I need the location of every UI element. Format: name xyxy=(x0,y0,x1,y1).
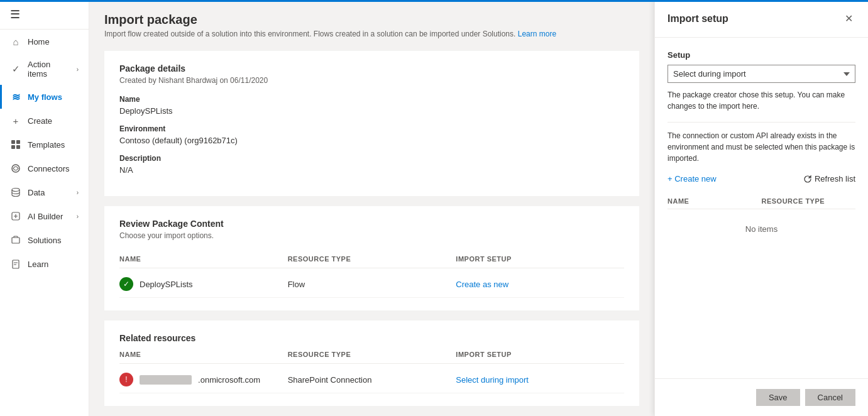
sidebar-item-label: Learn xyxy=(28,260,48,269)
sidebar-item-label: Action items xyxy=(28,60,70,79)
sidebar-item-my-flows[interactable]: ≋ My flows xyxy=(0,85,89,109)
sidebar-item-learn[interactable]: Learn xyxy=(0,252,89,276)
chevron-down-icon: › xyxy=(77,66,79,73)
col-name-header-2: NAME xyxy=(119,351,288,358)
data-icon xyxy=(10,187,21,198)
review-section-title: Review Package Content xyxy=(119,219,624,229)
panel-info-text-2: The connection or custom API already exi… xyxy=(667,130,855,164)
panel-col-name: NAME xyxy=(667,197,762,205)
blurred-name xyxy=(140,375,192,385)
row-name-field-2: ! .onmicrosoft.com xyxy=(119,373,288,386)
panel-body: Setup Select during import The package c… xyxy=(655,38,868,378)
create-new-button[interactable]: + Create new xyxy=(667,174,717,183)
col-import-setup-header: IMPORT SETUP xyxy=(456,255,624,263)
svg-point-5 xyxy=(12,189,19,192)
package-created-by: Created by Nishant Bhardwaj on 06/11/202… xyxy=(119,76,624,85)
save-button[interactable]: Save xyxy=(756,389,800,406)
panel-header: Import setup ✕ xyxy=(655,0,868,38)
sidebar-item-create[interactable]: + Create xyxy=(0,109,89,133)
sidebar-item-label: Create xyxy=(28,116,52,126)
sidebar-item-label: My flows xyxy=(28,92,62,102)
import-setup-field: Create as new xyxy=(456,280,624,289)
sidebar: ☰ ⌂ Home ✓ Action items › ≋ My flows + C… xyxy=(0,0,89,416)
package-details-card: Package details Created by Nishant Bhard… xyxy=(104,51,639,196)
ai-builder-icon xyxy=(10,211,21,222)
select-during-import-link[interactable]: Select during import xyxy=(456,375,529,385)
resource-type-field-2: SharePoint Connection xyxy=(288,375,456,385)
svg-rect-1 xyxy=(16,140,20,144)
cancel-button[interactable]: Cancel xyxy=(805,389,855,406)
refresh-list-button[interactable]: Refresh list xyxy=(803,174,855,183)
col-resource-header-2: RESOURCE TYPE xyxy=(288,351,456,358)
sidebar-item-label: Templates xyxy=(28,140,65,150)
panel-actions: + Create new Refresh list xyxy=(667,174,855,183)
col-resource-header: RESOURCE TYPE xyxy=(288,255,456,263)
row-name-field: ✓ DeploySPLists xyxy=(119,277,288,291)
main-content: Import package Import flow created outsi… xyxy=(89,0,654,416)
sidebar-item-templates[interactable]: Templates xyxy=(0,133,89,156)
sidebar-item-ai-builder[interactable]: AI Builder › xyxy=(0,204,89,228)
templates-icon xyxy=(10,139,21,150)
connectors-icon xyxy=(10,163,21,174)
svg-rect-7 xyxy=(12,238,19,243)
solutions-icon xyxy=(10,234,21,246)
hamburger-icon[interactable]: ☰ xyxy=(10,8,20,21)
action-items-icon: ✓ xyxy=(10,63,21,75)
status-icon-green: ✓ xyxy=(119,277,133,291)
review-table-header: NAME RESOURCE TYPE IMPORT SETUP xyxy=(119,250,624,268)
panel-col-resource: RESOURCE TYPE xyxy=(762,197,856,205)
sidebar-item-label: Solutions xyxy=(28,236,61,245)
create-icon: + xyxy=(10,115,21,126)
sidebar-item-solutions[interactable]: Solutions xyxy=(0,228,89,252)
svg-rect-2 xyxy=(11,145,15,149)
no-items-text: No items xyxy=(667,214,855,244)
status-icon-red: ! xyxy=(119,373,133,386)
table-row: ! .onmicrosoft.com SharePoint Connection… xyxy=(119,366,624,393)
sidebar-item-connectors[interactable]: Connectors xyxy=(0,156,89,180)
setup-label: Setup xyxy=(667,50,855,60)
environment-label: Environment xyxy=(119,124,624,133)
table-row: ✓ DeploySPLists Flow Create as new xyxy=(119,271,624,298)
panel-table-header: NAME RESOURCE TYPE xyxy=(667,194,855,209)
sidebar-item-label: AI Builder xyxy=(28,212,63,221)
panel-footer: Save Cancel xyxy=(655,378,868,416)
sidebar-item-label: Home xyxy=(28,37,50,47)
name-label: Name xyxy=(119,95,624,104)
sidebar-item-home[interactable]: ⌂ Home xyxy=(0,30,89,53)
related-resources-card: Related resources NAME RESOURCE TYPE IMP… xyxy=(104,320,639,406)
related-table-header: NAME RESOURCE TYPE IMPORT SETUP xyxy=(119,346,624,364)
resource-type-field: Flow xyxy=(288,280,456,289)
environment-value: Contoso (default) (org9162b71c) xyxy=(119,136,624,145)
related-resources-title: Related resources xyxy=(119,333,624,343)
home-icon: ⌂ xyxy=(10,36,21,47)
refresh-icon xyxy=(803,175,812,183)
learn-more-link[interactable]: Learn more xyxy=(518,30,556,38)
top-accent-bar xyxy=(0,0,868,2)
page-title: Import package xyxy=(104,13,639,27)
panel-info-text-1: The package creator chose this setup. Yo… xyxy=(667,89,855,112)
panel-title: Import setup xyxy=(667,13,728,25)
import-setup-field-2: Select during import xyxy=(456,375,624,385)
chevron-down-icon: › xyxy=(77,213,79,220)
review-choose-text: Choose your import options. xyxy=(119,231,624,240)
close-panel-button[interactable]: ✕ xyxy=(842,10,855,27)
chevron-down-icon: › xyxy=(77,189,79,196)
import-setup-panel: Import setup ✕ Setup Select during impor… xyxy=(654,0,868,416)
flow-name: DeploySPLists xyxy=(140,280,193,289)
sidebar-item-label: Data xyxy=(28,188,45,197)
create-as-new-link[interactable]: Create as new xyxy=(456,280,508,289)
page-subtitle: Import flow created outside of a solutio… xyxy=(104,30,639,38)
sidebar-item-data[interactable]: Data › xyxy=(0,180,89,204)
hamburger-menu[interactable]: ☰ xyxy=(0,0,89,30)
svg-rect-3 xyxy=(16,145,20,149)
setup-select[interactable]: Select during import xyxy=(667,65,855,83)
review-package-card: Review Package Content Choose your impor… xyxy=(104,206,639,310)
learn-icon xyxy=(10,258,21,270)
name-value: DeploySPLists xyxy=(119,106,624,116)
col-import-setup-header-2: IMPORT SETUP xyxy=(456,351,624,358)
sidebar-item-action-items[interactable]: ✓ Action items › xyxy=(0,53,89,85)
description-label: Description xyxy=(119,154,624,163)
col-name-header: NAME xyxy=(119,255,288,263)
panel-divider xyxy=(667,122,855,123)
email-suffix: .onmicrosoft.com xyxy=(198,375,260,385)
